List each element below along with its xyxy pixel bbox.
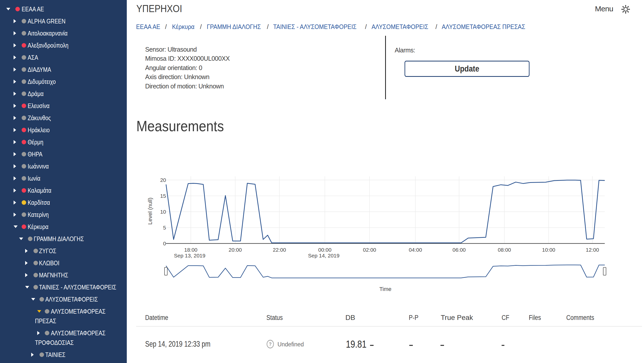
svg-text:00:00: 00:00: [318, 247, 332, 253]
svg-text:08:00: 08:00: [498, 247, 511, 253]
svg-text:12:00: 12:00: [586, 247, 599, 253]
svg-text:04:00: 04:00: [409, 247, 422, 253]
svg-text:5: 5: [163, 225, 166, 230]
svg-text:18:00: 18:00: [184, 247, 197, 253]
svg-text:06:00: 06:00: [453, 247, 466, 253]
svg-text:20: 20: [160, 177, 166, 183]
svg-text:02:00: 02:00: [363, 247, 376, 253]
svg-text:Level (null): Level (null): [147, 197, 153, 225]
svg-text:Sep 13, 2019: Sep 13, 2019: [174, 253, 206, 258]
svg-text:Sep 14, 2019: Sep 14, 2019: [308, 253, 340, 258]
svg-text:22:00: 22:00: [273, 247, 286, 253]
svg-text:Time: Time: [379, 286, 391, 292]
svg-text:?: ?: [269, 341, 272, 347]
svg-text:10: 10: [160, 209, 166, 215]
svg-text:10:00: 10:00: [542, 247, 555, 253]
svg-text:15: 15: [160, 193, 166, 199]
svg-text:20:00: 20:00: [229, 247, 242, 253]
svg-text:0: 0: [163, 241, 166, 246]
